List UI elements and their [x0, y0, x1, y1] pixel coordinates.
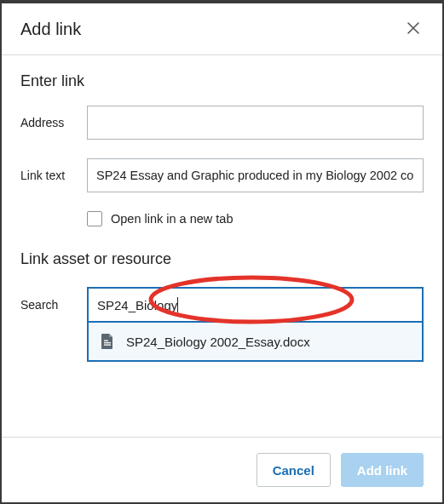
close-icon — [407, 21, 420, 37]
open-new-tab-row: Open link in a new tab — [87, 211, 424, 226]
search-row: Search SP24_Biology — [20, 287, 424, 323]
svg-rect-3 — [104, 341, 108, 341]
address-input[interactable] — [87, 106, 424, 140]
svg-rect-2 — [104, 345, 111, 346]
link-asset-section: Link asset or resource Search SP24_Biolo… — [20, 250, 424, 323]
search-input[interactable] — [87, 287, 424, 323]
search-label: Search — [20, 298, 87, 312]
link-text-row: Link text — [20, 158, 424, 192]
dialog-header: Add link — [2, 3, 442, 55]
open-new-tab-label[interactable]: Open link in a new tab — [111, 212, 233, 226]
link-text-input[interactable] — [87, 158, 424, 192]
file-doc-icon — [99, 333, 116, 350]
search-input-wrap: SP24_Biology — [87, 287, 424, 323]
cancel-button[interactable]: Cancel — [257, 453, 331, 487]
address-label: Address — [20, 116, 87, 129]
search-suggestions: SP24_Biology 2002_Essay.docx — [87, 323, 424, 362]
dialog-backdrop: Add link Enter link Address Link text — [0, 0, 444, 504]
svg-rect-1 — [104, 342, 111, 343]
search-suggestion-label: SP24_Biology 2002_Essay.docx — [126, 335, 310, 349]
close-button[interactable] — [403, 19, 424, 39]
dialog-title: Add link — [20, 20, 81, 39]
add-link-button[interactable]: Add link — [341, 453, 424, 487]
enter-link-heading: Enter link — [20, 72, 424, 90]
add-link-dialog: Add link Enter link Address Link text — [2, 3, 442, 502]
address-row: Address — [20, 106, 424, 140]
search-suggestion-item[interactable]: SP24_Biology 2002_Essay.docx — [89, 323, 422, 360]
link-text-label: Link text — [20, 169, 87, 182]
open-new-tab-checkbox[interactable] — [87, 211, 102, 226]
link-asset-heading: Link asset or resource — [20, 250, 424, 268]
dialog-footer: Cancel Add link — [2, 437, 442, 502]
dialog-body: Enter link Address Link text Open link i… — [2, 55, 442, 437]
